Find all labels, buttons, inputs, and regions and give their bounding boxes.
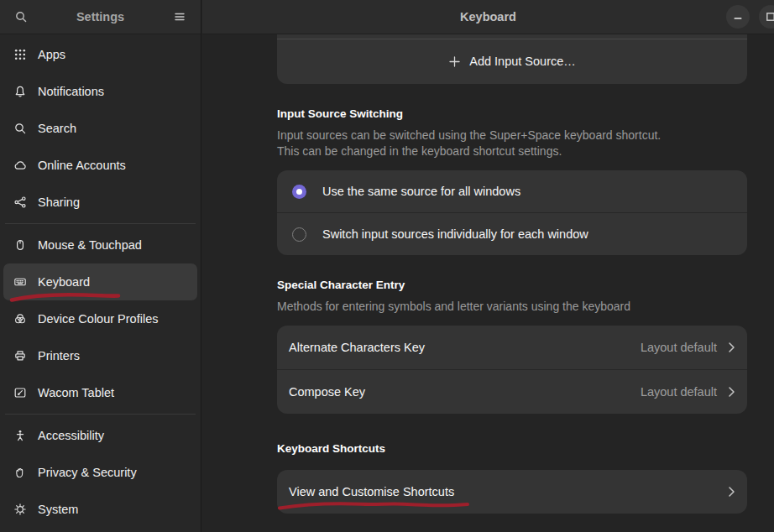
apps-grid-icon — [13, 48, 27, 61]
sidebar-item-label: Online Accounts — [38, 159, 126, 172]
mouse-icon — [13, 238, 27, 252]
sidebar-item-printers[interactable]: Printers — [3, 337, 197, 374]
chevron-right-icon — [728, 386, 735, 398]
chevron-right-icon — [728, 486, 735, 498]
row-label: Compose Key — [289, 385, 641, 399]
search-button[interactable] — [10, 6, 32, 28]
compose-key-row[interactable]: Compose Key Layout default — [277, 370, 747, 414]
radio-selected-icon[interactable] — [292, 185, 306, 199]
share-icon — [13, 196, 27, 209]
section-title-keyboard-shortcuts: Keyboard Shortcuts — [277, 442, 747, 456]
sidebar-item-label: System — [38, 503, 78, 516]
cloud-icon — [13, 159, 27, 172]
sidebar-item-online-accounts[interactable]: Online Accounts — [3, 147, 197, 184]
radio-unselected-icon[interactable] — [292, 227, 306, 242]
sidebar-item-apps[interactable]: Apps — [3, 36, 197, 73]
row-label: View and Customise Shortcuts — [289, 485, 728, 498]
maximize-icon — [766, 12, 774, 22]
page-body: Add Input Source… Input Source Switching… — [202, 34, 774, 532]
sidebar-item-label: Keyboard — [38, 275, 90, 289]
maximize-button[interactable] — [759, 5, 774, 29]
keyboard-shortcuts-card: View and Customise Shortcuts — [277, 470, 747, 514]
sidebar-item-wacom-tablet[interactable]: Wacom Tablet — [3, 374, 197, 411]
radio-row-switch-individually[interactable]: Switch input sources individually for ea… — [277, 213, 747, 255]
chevron-right-icon — [728, 342, 735, 353]
search-icon — [13, 122, 27, 135]
radio-row-same-source[interactable]: Use the same source for all windows — [277, 170, 747, 212]
hand-icon — [13, 466, 27, 479]
gear-icon — [13, 503, 27, 516]
sidebar-item-label: Sharing — [38, 196, 80, 209]
page-title: Keyboard — [460, 10, 516, 23]
sidebar-item-accessibility[interactable]: Accessibility — [3, 417, 197, 454]
search-icon — [14, 10, 28, 23]
row-label: Alternate Characters Key — [289, 341, 641, 354]
sidebar-item-label: Notifications — [38, 85, 104, 98]
color-profiles-icon — [13, 312, 27, 326]
accessibility-icon — [13, 429, 27, 442]
bell-icon — [13, 85, 27, 98]
radio-label: Use the same source for all windows — [322, 185, 520, 198]
sidebar-item-label: Search — [38, 122, 76, 135]
sidebar-item-privacy-security[interactable]: Privacy & Security — [3, 454, 197, 491]
input-source-switching-card: Use the same source for all windows Swit… — [277, 170, 747, 255]
hamburger-menu-icon — [173, 10, 186, 23]
main-menu-button[interactable] — [169, 6, 191, 28]
wacom-tablet-icon — [13, 386, 27, 399]
add-input-source-button[interactable]: Add Input Source… — [277, 39, 747, 83]
sidebar: Settings Apps — [0, 0, 201, 532]
sidebar-list: Apps Notifications Search — [0, 34, 201, 528]
section-title-special-character-entry: Special Character Entry — [277, 279, 747, 292]
section-description-line: Input sources can be switched using the … — [277, 128, 747, 143]
sidebar-item-label: Apps — [38, 48, 65, 61]
sidebar-divider — [5, 414, 196, 415]
plus-icon — [448, 55, 461, 68]
sidebar-item-search[interactable]: Search — [3, 110, 197, 147]
minimize-button[interactable] — [726, 5, 750, 29]
sidebar-title: Settings — [76, 10, 124, 23]
input-sources-card: Add Input Source… — [277, 34, 747, 84]
sidebar-item-label: Privacy & Security — [38, 466, 137, 479]
sidebar-divider — [5, 223, 196, 224]
sidebar-header: Settings — [0, 0, 201, 34]
sidebar-item-label: Printers — [38, 349, 80, 362]
sidebar-item-label: Accessibility — [38, 429, 104, 442]
alternate-characters-key-row[interactable]: Alternate Characters Key Layout default — [277, 326, 747, 369]
sidebar-item-keyboard[interactable]: Keyboard — [3, 263, 197, 300]
add-input-source-label: Add Input Source… — [469, 55, 576, 68]
view-and-customise-shortcuts-row[interactable]: View and Customise Shortcuts — [277, 470, 747, 514]
radio-label: Switch input sources individually for ea… — [322, 227, 588, 241]
keyboard-icon — [13, 275, 27, 289]
special-character-entry-card: Alternate Characters Key Layout default … — [277, 326, 747, 414]
sidebar-item-label: Device Colour Profiles — [38, 312, 158, 326]
sidebar-item-sharing[interactable]: Sharing — [3, 184, 197, 221]
sidebar-item-system[interactable]: System — [3, 491, 197, 528]
section-title-input-source-switching: Input Source Switching — [277, 107, 747, 121]
content-header: Keyboard — [202, 0, 774, 34]
section-description-line: This can be changed in the keyboard shor… — [277, 143, 747, 159]
sidebar-item-notifications[interactable]: Notifications — [3, 73, 197, 110]
settings-window: { "window": { "sidebar_title": "Settings… — [0, 0, 774, 532]
minimize-icon — [733, 12, 743, 22]
sidebar-item-label: Wacom Tablet — [38, 386, 114, 399]
sidebar-item-device-colour-profiles[interactable]: Device Colour Profiles — [3, 300, 197, 337]
section-description-line: Methods for entering symbols and letter … — [277, 299, 747, 315]
printer-icon — [13, 349, 27, 362]
row-value: Layout default — [641, 341, 717, 354]
row-value: Layout default — [641, 385, 717, 399]
sidebar-item-label: Mouse & Touchpad — [38, 238, 142, 252]
sidebar-item-mouse-touchpad[interactable]: Mouse & Touchpad — [3, 227, 197, 263]
content-pane: Keyboard Add Input Source… — [202, 0, 774, 532]
